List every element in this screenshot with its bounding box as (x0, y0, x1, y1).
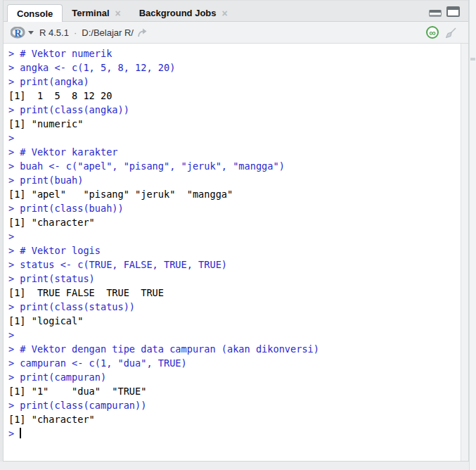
console-prompt: > (8, 428, 20, 439)
tab-terminal[interactable]: Terminal× (63, 4, 129, 22)
tab-background-jobs[interactable]: Background Jobs× (130, 4, 237, 22)
r-session-dropdown[interactable]: R (11, 27, 34, 39)
r-logo-icon: R (11, 27, 25, 39)
minimize-pane-icon[interactable] (429, 10, 442, 17)
console-line: > print(campuran) (8, 370, 461, 384)
console-line: > # Vektor numerik (8, 46, 461, 61)
maximize-pane-icon[interactable] (446, 6, 460, 17)
console-scrollbar[interactable] (461, 44, 468, 461)
console-line: > (8, 328, 461, 342)
working-directory-label: D:/Belajar R/ (82, 27, 134, 38)
adjacent-pane-edge (469, 0, 476, 470)
goto-working-directory-arrow-icon[interactable] (137, 28, 148, 37)
pane-window-controls (429, 6, 460, 17)
console-text[interactable]: > # Vektor numerik> angka <- c(1, 5, 8, … (4, 44, 461, 461)
tab-label: Background Jobs (139, 8, 217, 18)
tab-console[interactable]: Console (7, 4, 63, 22)
tabs-container: ConsoleTerminal×Background Jobs× (7, 4, 237, 21)
console-line: > # Vektor logis (8, 243, 461, 258)
console-line: > buah <- c("apel", "pisang", "jeruk", "… (8, 159, 461, 173)
console-line: [1] "character" (8, 215, 461, 229)
console-line: > print(class(angka)) (8, 103, 461, 117)
console-line: > (8, 229, 461, 243)
r-version-label: R 4.5.1 (39, 27, 69, 38)
console-line: [1] TRUE FALSE TRUE TRUE (8, 286, 461, 300)
console-line: > print(class(campuran)) (8, 398, 461, 412)
console-line: > # Vektor dengan tipe data campuran (ak… (8, 342, 461, 356)
console-line: > status <- c(TRUE, FALSE, TRUE, TRUE) (8, 258, 461, 272)
console-line: [1] "apel" "pisang" "jeruk" "mangga" (8, 187, 461, 201)
console-line: > print(class(buah)) (8, 201, 461, 215)
console-line: [1] "1" "dua" "TRUE" (8, 384, 461, 398)
console-pane: ConsoleTerminal×Background Jobs× R R 4.5… (3, 0, 469, 462)
tab-label: Terminal (72, 8, 109, 18)
console-line: [1] "character" (8, 412, 461, 426)
console-line: > print(angka) (8, 75, 461, 89)
chevron-down-icon (28, 31, 34, 34)
toolbar-right-icons: ∞ (426, 26, 463, 39)
console-line: [1] "numeric" (8, 117, 461, 131)
close-tab-icon[interactable]: × (222, 8, 228, 18)
console-line: > print(buah) (8, 173, 461, 187)
console-line: [1] "logical" (8, 314, 461, 328)
console-line: > angka <- c(1, 5, 8, 12, 20) (8, 61, 461, 75)
adjacent-scrollbar-thumb (470, 58, 475, 61)
tab-label: Console (17, 8, 53, 19)
pane-bottom-gap (0, 462, 469, 470)
console-prompt-line[interactable]: > (8, 426, 461, 440)
console-line: > # Vektor karakter (8, 145, 461, 159)
rstudio-console-pane: ConsoleTerminal×Background Jobs× R R 4.5… (0, 0, 476, 470)
console-line: > campuran <- c(1, "dua", TRUE) (8, 356, 461, 370)
session-suspend-infinity-icon[interactable]: ∞ (426, 26, 439, 39)
close-tab-icon[interactable]: × (115, 8, 121, 18)
console-line: > print(class(status)) (8, 300, 461, 314)
console-output-area: > # Vektor numerik> angka <- c(1, 5, 8, … (4, 44, 468, 461)
clear-console-broom-icon[interactable] (445, 27, 457, 39)
pane-tab-bar: ConsoleTerminal×Background Jobs× (4, 0, 468, 22)
console-line: > (8, 131, 461, 145)
console-toolbar: R R 4.5.1 · D:/Belajar R/ ∞ (4, 22, 468, 44)
svg-text:R: R (15, 28, 22, 39)
text-cursor (20, 428, 21, 438)
separator-dot: · (74, 27, 77, 38)
console-line: [1] 1 5 8 12 20 (8, 89, 461, 103)
console-line: > print(status) (8, 272, 461, 286)
